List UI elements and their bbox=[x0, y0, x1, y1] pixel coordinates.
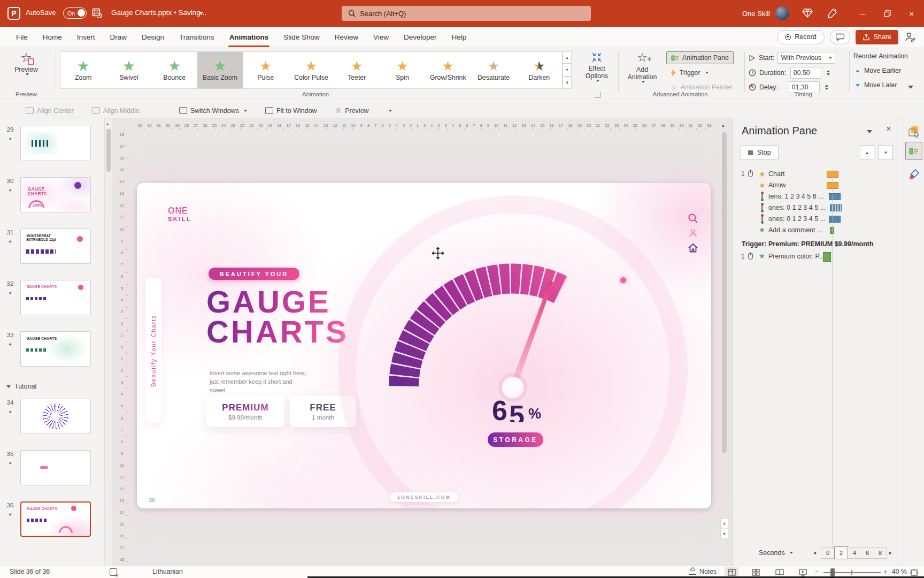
reorder-down-button[interactable]: ▼ bbox=[879, 145, 893, 160]
animation-effect[interactable]: Darken bbox=[517, 52, 562, 88]
canvas-scrollbar[interactable]: ▴ ▴ ▾ bbox=[720, 118, 729, 566]
scroll-up-icon[interactable]: ▴ bbox=[722, 123, 725, 128]
animation-timeline-bar[interactable] bbox=[830, 204, 842, 211]
duration-input[interactable]: 00,50 bbox=[790, 67, 821, 79]
section-header-tutorial[interactable]: Tutorial bbox=[6, 383, 104, 390]
scroll-up-icon[interactable]: ▴ bbox=[106, 121, 109, 126]
zoom-slider-thumb[interactable] bbox=[830, 568, 835, 576]
slide-thumbnail[interactable]: GAUGE CHARTS bbox=[20, 331, 91, 367]
animation-effect[interactable]: Grow/Shrink bbox=[425, 52, 471, 88]
user-name[interactable]: One Skill bbox=[742, 10, 770, 18]
animation-effect[interactable]: Basic Zoom bbox=[197, 52, 243, 88]
toolbar-overflow-button[interactable] bbox=[387, 110, 392, 112]
animation-item[interactable]: ones: 0 1 2 3 4 5 ... bbox=[733, 214, 903, 225]
animation-timeline-bar[interactable] bbox=[823, 252, 831, 262]
minimize-button[interactable]: ─ bbox=[854, 0, 871, 27]
zoom-level[interactable]: 40 % bbox=[892, 568, 907, 575]
fit-to-window-button[interactable]: Fit to Window bbox=[265, 107, 317, 115]
move-earlier-button[interactable]: Move Earlier bbox=[856, 67, 901, 74]
menu-tab[interactable]: Review bbox=[327, 27, 366, 47]
timeline-tick[interactable]: 4 bbox=[848, 547, 861, 558]
menu-tab[interactable]: Draw bbox=[103, 27, 135, 47]
slide-thumbnail[interactable] bbox=[20, 399, 91, 434]
gauge-value[interactable]: 6 5 % bbox=[492, 399, 541, 422]
slide-thumbnail[interactable]: MONTSERRAT EXTRABOLD 12pt bbox=[20, 229, 91, 264]
previous-slide-button[interactable]: ▴ bbox=[720, 518, 728, 528]
timeline-scroll-left-icon[interactable]: ◂ bbox=[813, 550, 816, 556]
menu-tab[interactable]: Developer bbox=[396, 27, 444, 47]
preview-toolbar-button[interactable]: ☆Preview bbox=[335, 107, 369, 115]
seconds-dropdown[interactable]: Seconds bbox=[759, 549, 793, 557]
duration-spinner[interactable] bbox=[827, 70, 830, 75]
delay-spinner[interactable] bbox=[825, 85, 828, 90]
gallery-scroll-down[interactable]: ▾ bbox=[563, 64, 572, 76]
animation-item[interactable]: 1 Chart bbox=[733, 169, 903, 180]
animation-timeline-bar[interactable] bbox=[829, 216, 841, 223]
animation-effect[interactable]: Desaturate bbox=[471, 52, 516, 88]
dialog-launcher-icon[interactable] bbox=[595, 92, 600, 98]
timeline-tick[interactable]: 6 bbox=[861, 547, 874, 558]
animation-pane-tab-icon[interactable] bbox=[905, 142, 922, 160]
share-button[interactable]: Share bbox=[856, 30, 898, 44]
animation-effect[interactable]: Color Pulse bbox=[288, 52, 334, 88]
add-animation-button[interactable]: ☆+ Add Animation bbox=[621, 51, 663, 83]
powerpoint-app-icon[interactable]: P bbox=[7, 7, 20, 20]
menu-tab[interactable]: View bbox=[366, 27, 396, 47]
animation-effect[interactable]: Swivel bbox=[106, 52, 151, 88]
collapse-ribbon-icon[interactable] bbox=[908, 86, 913, 89]
search-input[interactable]: Search (Alt+Q) bbox=[342, 6, 591, 21]
animation-item-trigger[interactable]: 1 Premium color: P... bbox=[733, 251, 903, 263]
slide-thumbnail[interactable]: GAUGE CHARTS bbox=[20, 280, 91, 315]
animation-effect[interactable]: Bounce bbox=[152, 52, 197, 88]
align-center-button[interactable]: Align Center bbox=[26, 107, 74, 115]
timeline-tick[interactable]: 2 bbox=[834, 546, 848, 559]
slide-thumbnail[interactable]: GAUGE CHARTS 100% bbox=[20, 177, 91, 212]
slide-thumbnail[interactable] bbox=[20, 126, 91, 161]
menu-tab[interactable]: Slide Show bbox=[276, 27, 327, 47]
comments-button[interactable] bbox=[830, 30, 850, 44]
animation-effect[interactable]: Zoom bbox=[60, 52, 106, 88]
timeline-tick[interactable]: 8 bbox=[874, 547, 887, 558]
zoom-in-button[interactable]: + bbox=[883, 568, 888, 576]
align-middle-button[interactable]: Align Middle bbox=[92, 107, 140, 115]
reorder-up-button[interactable]: ▲ bbox=[860, 145, 874, 160]
ink-presenter-icon[interactable] bbox=[904, 31, 917, 43]
animation-item[interactable]: tens: 1 2 3 4 5 6 ... bbox=[733, 191, 903, 202]
animation-item[interactable]: Arrow bbox=[733, 180, 903, 191]
animation-effect[interactable]: Pulse bbox=[243, 52, 288, 88]
timeline-tick[interactable]: 0 bbox=[821, 547, 834, 558]
close-button[interactable]: × bbox=[904, 0, 920, 27]
spellcheck-icon[interactable] bbox=[110, 568, 117, 576]
document-title[interactable]: Gauge Charts.pptx • Saving... bbox=[111, 9, 206, 17]
presenter-coach-icon[interactable] bbox=[826, 7, 838, 20]
switch-windows-button[interactable]: Switch Windows bbox=[179, 107, 247, 115]
move-later-button[interactable]: Move Later bbox=[856, 81, 897, 89]
animation-item[interactable]: ones: 0 1 2 3 4 5 ... bbox=[733, 202, 903, 214]
slide-thumbnail[interactable]: GAUGE CHARTS bbox=[20, 501, 91, 537]
menu-tab[interactable]: Transitions bbox=[172, 27, 222, 47]
animation-timeline-bar[interactable] bbox=[829, 193, 841, 200]
menu-tab[interactable]: Insert bbox=[70, 27, 103, 47]
menu-tab[interactable]: Design bbox=[134, 27, 172, 47]
next-slide-button[interactable]: ▾ bbox=[720, 529, 728, 539]
autosave-toggle[interactable]: On bbox=[63, 7, 87, 19]
scrollbar-thumb[interactable] bbox=[106, 129, 111, 172]
slide-editing-surface[interactable]: ONE SKILL BEAUTIFY YOUR GAUGE CHARTS Ins… bbox=[137, 183, 711, 508]
animation-effect[interactable]: Teeter bbox=[334, 52, 380, 88]
zoom-out-button[interactable]: − bbox=[815, 568, 819, 576]
thumbnail-scrollbar[interactable]: ▴ bbox=[105, 118, 112, 566]
start-select[interactable]: With Previous bbox=[777, 52, 835, 64]
gallery-more[interactable]: ⇟ bbox=[563, 77, 572, 89]
preview-button[interactable]: ☆ Preview bbox=[9, 51, 44, 75]
restore-button[interactable] bbox=[879, 0, 895, 27]
menu-tab[interactable]: File bbox=[9, 27, 35, 47]
animation-pane-button[interactable]: Animation Pane bbox=[666, 51, 734, 64]
selection-pane-icon[interactable] bbox=[907, 125, 921, 139]
pane-close-icon[interactable]: × bbox=[886, 125, 891, 133]
animation-timeline-bar[interactable] bbox=[830, 227, 834, 234]
language-indicator[interactable]: Lithuanian bbox=[152, 568, 183, 575]
gallery-scroll-up[interactable]: ▴ bbox=[563, 51, 572, 64]
menu-tab[interactable]: Animations bbox=[222, 27, 276, 47]
storage-badge[interactable]: STORAGE bbox=[488, 432, 543, 447]
menu-tab[interactable]: Home bbox=[35, 27, 70, 47]
